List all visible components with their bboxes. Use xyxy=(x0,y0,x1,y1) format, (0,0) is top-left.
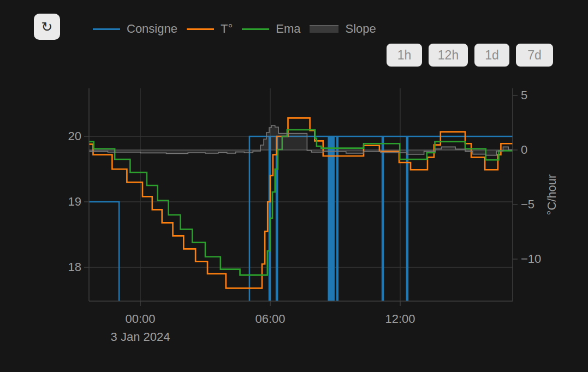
right-axis-title: °C/hour xyxy=(545,175,559,215)
right-axis-tick-label: 5 xyxy=(521,88,527,102)
x-axis-tick-label: 12:00 xyxy=(385,312,415,326)
chart-plot-area[interactable]: 20191850−5−1000:0006:0012:003 Jan 2024°C… xyxy=(0,0,588,372)
x-axis-date-label: 3 Jan 2024 xyxy=(111,330,170,344)
right-axis-tick-label: −5 xyxy=(521,197,534,211)
left-axis-tick-label: 18 xyxy=(68,260,81,274)
thermostat-chart-panel: ↻ Consigne T° Ema Slope 1h 12h 1d 7d 201… xyxy=(0,0,588,372)
right-axis-tick-label: 0 xyxy=(521,143,527,157)
left-axis-tick-label: 19 xyxy=(68,195,81,208)
left-axis-tick-label: 20 xyxy=(68,129,81,143)
x-axis-tick-label: 06:00 xyxy=(255,312,285,326)
x-axis-tick-label: 00:00 xyxy=(125,312,155,326)
chart-svg: 20191850−5−1000:0006:0012:003 Jan 2024°C… xyxy=(0,0,588,372)
right-axis-tick-label: −10 xyxy=(521,252,541,266)
